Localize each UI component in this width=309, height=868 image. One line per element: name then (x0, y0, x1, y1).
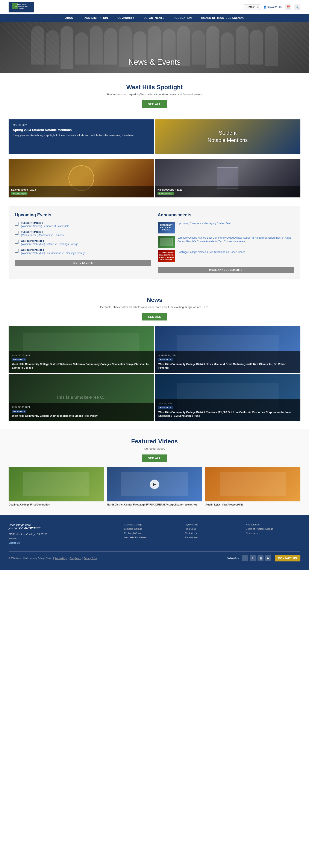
footer-link-firebaugh[interactable]: Firebaugh Center (124, 532, 178, 534)
videos-title: Featured Videos (8, 438, 301, 445)
announcement-link-0[interactable]: Upcoming Emergency Messaging System Test (177, 222, 231, 225)
news-card-logo-1: WEST HILLS (158, 358, 173, 361)
spotlight-section: West Hills Spotlight Stay in-the-know re… (0, 73, 309, 114)
news-card-headline-3: West Hills Community College District Re… (158, 410, 297, 418)
videos-subtitle: Our latest videos (8, 447, 301, 450)
footer-contact-us-link[interactable]: Contact Us (185, 532, 240, 534)
footer-link-board-agenda[interactable]: Board of Trustees Agenda (246, 528, 301, 530)
video-title-1: North District Center Firebaugh FAFSA/DR… (107, 503, 202, 506)
kaleidoscope-2023-card[interactable]: Kaleidoscope - 2023 Kaleidoscope (8, 159, 154, 197)
nav-about[interactable]: ABOUT (60, 14, 80, 22)
news-subtitle: Get facts, check out news articles and l… (8, 306, 301, 309)
kaleidoscope-2022-title: Kaleidoscope - 2022 (158, 188, 298, 191)
footer-accessibility-link[interactable]: Accessibility (55, 557, 66, 559)
event-link-0[interactable]: (Women's Soccer) Lemoore at Bakersfield (21, 225, 69, 228)
event-link-2[interactable]: (Women's Volleyball) Ohlone vs. Coalinga… (21, 243, 78, 246)
more-events-button[interactable]: MORE EVENTS (15, 260, 151, 266)
announcement-link-1[interactable]: Lemoore College Named Best Community Col… (177, 236, 291, 243)
news-card-overlay-2: AUGUST 07, 2024 WEST HILLS West Hills Co… (8, 403, 154, 421)
contact-us-button[interactable]: CONTACT US (275, 555, 301, 561)
news-section: News Get facts, check out news articles … (0, 288, 309, 429)
event-link-1[interactable]: (Men's Soccer) Moorpark vs. Lemoore (21, 234, 65, 237)
event-icon-3 (15, 249, 19, 252)
footer-link-mywesthills[interactable]: myWestHills (185, 523, 240, 526)
event-icon-0 (15, 222, 19, 225)
facebook-icon[interactable]: f (242, 555, 248, 561)
copyright-text: © 2024 West Hills Community College Dist… (8, 557, 52, 559)
kaleidoscope-2022-tag: Kaleidoscope (158, 192, 174, 195)
twitter-icon[interactable]: 𝕏 (250, 555, 256, 561)
event-link-3[interactable]: (Women's Volleyball) Los Medanos vs. Coa… (21, 252, 85, 255)
upcoming-events-title: Upcoming Events (15, 212, 151, 217)
news-card-2[interactable]: This is a Smoke-Free C... AUGUST 07, 202… (8, 374, 154, 421)
my-westhills-link[interactable]: 👤 myWestHills (263, 6, 282, 8)
student-mentions-text-card[interactable]: May 30, 2024 Spring 2024 Student Notable… (8, 119, 154, 154)
footer-link-coalinga[interactable]: Coalinga College (124, 523, 178, 526)
footer-link-disclosures[interactable]: Disclosures (246, 532, 301, 534)
news-see-all-button[interactable]: SEE ALL (142, 313, 167, 320)
announcement-text-0: Upcoming Emergency Messaging System Test (177, 222, 231, 225)
event-icon-1 (15, 231, 19, 235)
footer-link-foundation[interactable]: West Hills Foundation (124, 536, 178, 539)
footer-district-site-link[interactable]: District Site (8, 541, 21, 544)
kaleidoscope-2022-card[interactable]: Kaleidoscope - 2022 Kaleidoscope (155, 159, 301, 197)
news-card-3[interactable]: JULY 30, 2024 WEST HILLS West Hills Comm… (155, 374, 301, 421)
announcement-link-2[interactable]: Coalinga College Names Justin Strickland… (177, 251, 245, 254)
main-nav: ABOUT ADMINISTRATION COMMUNITY DEPARTMEN… (0, 14, 309, 22)
event-item-1: TUE SEPTEMBER 3 (Men's Soccer) Moorpark … (15, 231, 151, 237)
event-day-2: WED SEPTEMBER 4 (21, 240, 78, 242)
news-card-1[interactable]: AUGUST 24, 2024 WEST HILLS West Hills Co… (155, 326, 301, 373)
video-card-2[interactable]: Austin Lyles: #WeAreWestHills (205, 467, 301, 506)
footer-link-helpdesk[interactable]: Help Desk (185, 528, 240, 530)
announcement-item-1: Lemoore College Named Best Community Col… (158, 236, 294, 248)
student-mentions-image-card[interactable]: StudentNotable Mentions (155, 119, 301, 154)
announcement-item-0: EMERGENCY BROADCAST SYSTEM Upcoming Emer… (158, 222, 294, 234)
user-icon: 👤 (263, 6, 266, 8)
youtube-icon[interactable]: ▶ (265, 555, 271, 561)
nav-departments[interactable]: DEPARTMENTS (139, 14, 169, 22)
district-select[interactable]: District (244, 4, 260, 10)
news-card-overlay-3: JULY 30, 2024 WEST HILLS West Hills Comm… (155, 399, 301, 421)
news-card-0[interactable]: AUGUST 27, 2024 WEST HILLS West Hills Co… (8, 326, 154, 373)
footer-compliance-link[interactable]: Compliance (69, 557, 81, 559)
footer-col-info: Accreditation Board of Trustees Agenda D… (246, 523, 301, 545)
svg-text:DISTRICT: DISTRICT (19, 8, 24, 9)
video-card-1[interactable]: ▶ North District Center Firebaugh FAFSA/… (107, 467, 202, 506)
nav-community[interactable]: COMMUNITY (113, 14, 139, 22)
footer-address-street: 275 Phelps Ave, Coalinga, CA 93210 (8, 532, 118, 536)
footer-link-lemoore[interactable]: Lemoore College (124, 528, 178, 530)
svg-text:WEST HILLS: WEST HILLS (17, 4, 26, 6)
kaleidoscope-2023-overlay: Kaleidoscope - 2023 Kaleidoscope (8, 186, 154, 197)
footer-col-resources: myWestHills Help Desk Contact Us Employm… (185, 523, 240, 545)
more-announcements-button[interactable]: MORE ANNOUNCEMENTS (158, 267, 294, 273)
footer-address: 275 Phelps Ave, Coalinga, CA 93210 559-9… (8, 532, 118, 545)
videos-grid: Coalinga College First Generation ▶ Nort… (8, 467, 301, 506)
play-button-1[interactable]: ▶ (150, 479, 159, 489)
logo-area: WEST HILLS COMMUNITY COLLEGE DISTRICT (8, 2, 34, 12)
event-day-1: TUE SEPTEMBER 3 (21, 231, 65, 233)
event-day-0: TUE SEPTEMBER 3 (21, 222, 69, 224)
calendar-icon[interactable]: 📅 (285, 4, 291, 10)
footer-brand: Once you go hereyou can GO ANYWHERE 275 … (8, 523, 118, 545)
video-title-0: Coalinga College First Generation (8, 503, 104, 506)
spotlight-see-all-button[interactable]: SEE ALL (142, 100, 167, 108)
news-card-headline-0: West Hills Community College District We… (12, 363, 151, 370)
announcement-text-1: Lemoore College Named Best Community Col… (177, 236, 294, 243)
footer-link-accreditation[interactable]: Accreditation (246, 523, 301, 526)
kaleidoscope-2022-overlay: Kaleidoscope - 2022 Kaleidoscope (155, 186, 301, 197)
news-card-logo-0: WEST HILLS (12, 358, 26, 361)
nav-board[interactable]: BOARD OF TRUSTEES AGENDA (197, 14, 249, 22)
footer-link-employment[interactable]: Employment (185, 536, 240, 539)
footer-phone: 559-934-2100 (8, 536, 118, 541)
nav-administration[interactable]: ADMINISTRATION (80, 14, 113, 22)
site-logo[interactable]: WEST HILLS COMMUNITY COLLEGE DISTRICT (8, 2, 34, 12)
search-icon[interactable]: 🔍 (294, 4, 301, 10)
announcements-title: Announcements (158, 212, 294, 217)
news-title: News (8, 297, 301, 303)
instagram-icon[interactable]: ▦ (257, 555, 263, 561)
footer-copyright: © 2024 West Hills Community College Dist… (8, 557, 97, 559)
video-card-0[interactable]: Coalinga College First Generation (8, 467, 104, 506)
footer-privacy-link[interactable]: Privacy Policy (84, 557, 97, 559)
videos-see-all-button[interactable]: SEE ALL (142, 455, 167, 462)
nav-foundation[interactable]: FOUNDATION (169, 14, 197, 22)
